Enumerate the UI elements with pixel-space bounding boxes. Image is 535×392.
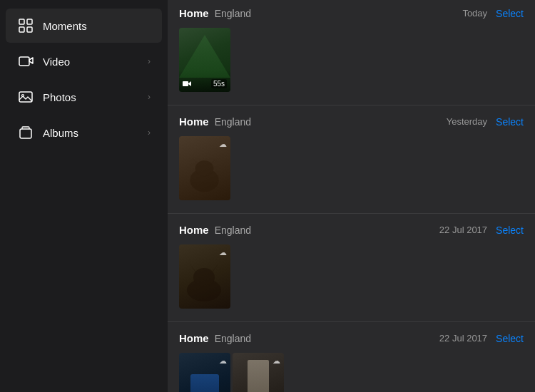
photo-grid-jul22b: ☁ ☁ [168, 350, 535, 392]
moment-sublocation-jul22b: England [215, 333, 251, 344]
moment-select-today[interactable]: Select [496, 8, 524, 19]
photo-grid-yesterday: ☁ [168, 133, 535, 210]
sidebar-item-albums[interactable]: Albums › [6, 115, 162, 150]
thumb-door-inner: ☁ [233, 353, 284, 392]
photo-grid-today: 55s [168, 25, 535, 102]
svg-rect-0 [19, 19, 24, 24]
cloud-icon-cat2: ☁ [219, 248, 227, 257]
video-icon [17, 53, 34, 70]
photo-thumb-cat2[interactable]: ☁ [179, 244, 230, 309]
photo-grid-jul22a: ☁ [168, 242, 535, 319]
sidebar-item-albums-label: Albums [43, 127, 148, 139]
photo-thumb-bag[interactable]: ☁ [179, 353, 230, 392]
chevron-right-icon: › [148, 56, 151, 66]
thumb-video-inner: 55s [179, 28, 230, 92]
thumb-cat2-inner: ☁ [179, 244, 230, 309]
moment-header-yesterday: Home England Yesterday Select [168, 108, 535, 133]
chevron-right-icon-3: › [148, 128, 151, 138]
moment-select-yesterday[interactable]: Select [496, 116, 524, 128]
svg-rect-7 [20, 129, 31, 138]
video-camera-icon [183, 81, 191, 88]
moment-date-today: Today [462, 8, 487, 19]
svg-point-10 [195, 160, 214, 176]
sidebar-item-video-label: Video [43, 56, 148, 68]
moment-date-yesterday: Yesterday [447, 116, 487, 127]
moment-section-jul22b: Home England 22 Jul 2017 Select ☁ ☁ [168, 325, 535, 392]
divider-3 [168, 321, 535, 322]
chevron-right-icon-2: › [148, 92, 151, 102]
cloud-icon-door: ☁ [272, 356, 280, 366]
sidebar-item-moments-label: Moments [43, 20, 151, 32]
moment-home-jul22a: Home [179, 224, 209, 236]
main-content: Home England Today Select 55s [168, 0, 535, 392]
thumb-bag-inner: ☁ [179, 353, 230, 392]
divider-2 [168, 213, 535, 214]
moment-sublocation-jul22a: England [215, 225, 251, 236]
moment-header-jul22b: Home England 22 Jul 2017 Select [168, 325, 535, 350]
svg-rect-3 [27, 27, 32, 32]
moment-sublocation-today: England [215, 8, 251, 19]
svg-point-12 [193, 268, 215, 287]
albums-icon [17, 124, 34, 141]
moment-home-jul22b: Home [179, 332, 209, 344]
photo-thumb-door[interactable]: ☁ [233, 353, 284, 392]
moments-icon [17, 17, 34, 34]
sidebar-item-photos-label: Photos [43, 91, 148, 103]
photo-thumb-video[interactable]: 55s [179, 28, 230, 92]
photos-icon [17, 88, 34, 105]
svg-rect-8 [183, 81, 188, 86]
moment-date-jul22a: 22 Jul 2017 [439, 225, 487, 235]
video-duration-label: 55s [211, 79, 227, 88]
thumb-cat-inner: ☁ [179, 136, 230, 200]
moment-sublocation-yesterday: England [215, 116, 251, 128]
moment-select-jul22b[interactable]: Select [496, 333, 524, 344]
moment-header-today: Home England Today Select [168, 0, 535, 25]
moment-location-jul22a: Home England [179, 224, 439, 236]
cloud-icon-bag: ☁ [219, 356, 227, 366]
cloud-icon-cat: ☁ [219, 140, 227, 149]
sidebar-item-photos[interactable]: Photos › [6, 80, 162, 114]
moment-select-jul22a[interactable]: Select [496, 225, 524, 236]
moment-section-yesterday: Home England Yesterday Select [168, 108, 535, 210]
sidebar-item-moments[interactable]: Moments [6, 9, 162, 43]
moment-section-jul22a: Home England 22 Jul 2017 Select [168, 217, 535, 319]
moment-header-jul22a: Home England 22 Jul 2017 Select [168, 217, 535, 242]
svg-rect-1 [27, 19, 32, 24]
moment-home-today: Home [179, 7, 209, 19]
moment-location-today: Home England [179, 7, 462, 19]
svg-rect-2 [19, 27, 24, 32]
tree-decoration [179, 35, 230, 78]
photo-thumb-cat[interactable]: ☁ [179, 136, 230, 200]
sidebar: Moments Video › Photos › Al [0, 0, 168, 392]
moment-location-jul22b: Home England [179, 332, 439, 344]
divider-1 [168, 105, 535, 105]
svg-rect-5 [19, 92, 32, 102]
svg-rect-4 [19, 57, 29, 66]
moment-location-yesterday: Home England [179, 115, 447, 128]
moment-home-yesterday: Home [179, 115, 209, 128]
moment-date-jul22b: 22 Jul 2017 [439, 333, 487, 344]
moment-section-today: Home England Today Select 55s [168, 0, 535, 102]
sidebar-item-video[interactable]: Video › [6, 44, 162, 78]
